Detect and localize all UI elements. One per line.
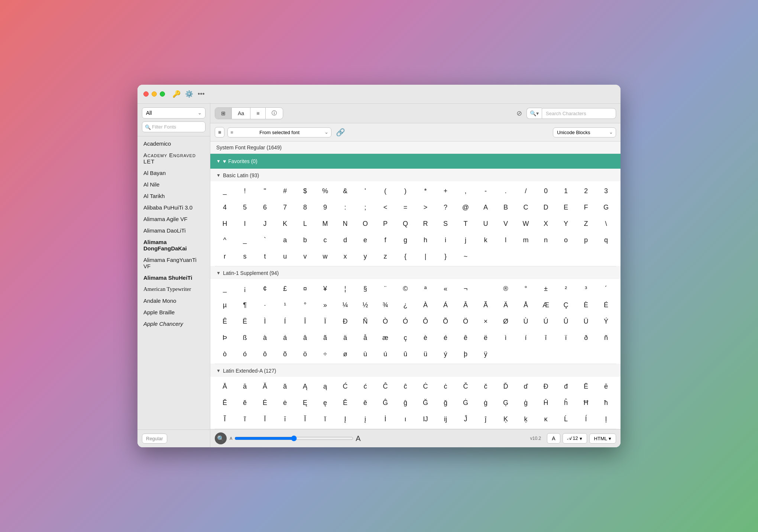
char-cell[interactable]: ò — [215, 346, 235, 362]
char-cell[interactable]: ° — [516, 280, 536, 297]
char-cell[interactable]: ³ — [576, 280, 596, 297]
char-cell[interactable]: J — [255, 215, 275, 232]
char-cell[interactable]: $ — [295, 183, 315, 199]
char-cell[interactable]: ā — [235, 378, 255, 395]
char-cell[interactable]: H — [215, 215, 235, 232]
char-cell[interactable]: } — [435, 248, 456, 265]
char-cell[interactable]: ý — [435, 346, 456, 362]
char-cell[interactable]: ĕ — [235, 395, 255, 411]
char-cell[interactable]: « — [435, 280, 456, 297]
char-cell[interactable]: v — [295, 248, 315, 265]
char-cell[interactable]: Ę — [295, 395, 315, 411]
char-cell[interactable]: + — [435, 183, 456, 199]
char-cell[interactable]: n — [536, 232, 556, 248]
char-cell[interactable]: x — [335, 248, 355, 265]
char-cell[interactable]: ġ — [476, 395, 496, 411]
char-cell[interactable]: ñ — [596, 330, 616, 346]
char-cell[interactable]: Í — [275, 313, 295, 330]
char-cell[interactable]: Ã — [476, 297, 496, 313]
char-cell[interactable]: Ā — [215, 378, 235, 395]
char-cell[interactable]: ĵ — [476, 411, 496, 427]
section-header-basic-latin[interactable]: ▼ Basic Latin (93) — [210, 169, 621, 181]
char-cell[interactable]: w — [315, 248, 335, 265]
font-size-button[interactable]: 𝒜 12 ▾ — [563, 433, 587, 444]
char-cell[interactable]: * — [415, 183, 435, 199]
char-cell[interactable]: k — [476, 232, 496, 248]
char-cell[interactable]: 7 — [275, 199, 295, 215]
char-cell[interactable]: ; — [355, 199, 375, 215]
char-cell[interactable]: c — [315, 232, 335, 248]
char-cell[interactable]: 2 — [576, 183, 596, 199]
char-cell[interactable]: V — [496, 215, 516, 232]
char-cell[interactable]: ã — [315, 330, 335, 346]
char-cell[interactable]: á — [275, 330, 295, 346]
char-cell[interactable]: ¾ — [375, 297, 395, 313]
char-cell[interactable]: o — [556, 232, 576, 248]
char-cell[interactable]: Á — [435, 297, 456, 313]
char-cell[interactable]: Đ — [536, 378, 556, 395]
char-cell[interactable]: A — [476, 199, 496, 215]
char-cell[interactable]: g — [395, 232, 415, 248]
char-cell[interactable]: Ķ — [496, 411, 516, 427]
char-cell[interactable]: Ě — [335, 395, 355, 411]
char-cell[interactable]: ª — [415, 280, 435, 297]
char-cell[interactable]: m — [516, 232, 536, 248]
char-cell[interactable]: - — [476, 183, 496, 199]
char-cell[interactable]: Ú — [536, 313, 556, 330]
char-cell[interactable]: X — [536, 215, 556, 232]
char-cell[interactable]: ĩ — [235, 411, 255, 427]
char-cell[interactable]: P — [375, 215, 395, 232]
char-cell[interactable]: f — [375, 232, 395, 248]
font-list-item[interactable]: Al Tarikh — [137, 190, 210, 202]
char-cell[interactable]: » — [315, 297, 335, 313]
char-cell[interactable]: Č — [456, 378, 476, 395]
char-cell[interactable]: Ģ — [496, 395, 516, 411]
char-cell[interactable]: ğ — [435, 395, 456, 411]
font-list-item[interactable]: Alimama Agile VF — [137, 213, 210, 225]
char-cell[interactable]: N — [335, 215, 355, 232]
char-cell[interactable]: ĺ — [576, 411, 596, 427]
char-cell[interactable]: y — [355, 248, 375, 265]
char-cell[interactable]: Ü — [576, 313, 596, 330]
char-cell[interactable]: b — [295, 232, 315, 248]
char-cell[interactable]: æ — [375, 330, 395, 346]
char-cell[interactable]: ° — [295, 297, 315, 313]
char-cell[interactable]: > — [415, 199, 435, 215]
char-cell[interactable]: ¡ — [235, 280, 255, 297]
char-cell[interactable]: C — [516, 199, 536, 215]
char-cell[interactable]: ­ — [476, 280, 496, 297]
char-cell[interactable]: . — [496, 183, 516, 199]
char-cell[interactable]: ļ — [596, 411, 616, 427]
font-source-select[interactable]: From selected font From all fonts — [227, 127, 331, 137]
unicode-blocks-select[interactable]: Unicode Blocks Unicode Categories — [553, 127, 616, 137]
char-cell[interactable]: ÿ — [476, 346, 496, 362]
char-cell[interactable]: ă — [275, 378, 295, 395]
char-cell[interactable]: U — [476, 215, 496, 232]
char-cell[interactable]: Ē — [576, 378, 596, 395]
char-grid-container[interactable]: ▼♥ Favorites (0)▼ Basic Latin (93)_!"#$%… — [210, 154, 621, 429]
char-cell[interactable]: ß — [235, 330, 255, 346]
char-cell[interactable]: Ġ — [456, 395, 476, 411]
char-cell[interactable]: | — [415, 248, 435, 265]
char-cell[interactable]: l — [496, 232, 516, 248]
font-list-item[interactable]: Alimama DaoLiTi — [137, 225, 210, 236]
minimize-button[interactable] — [152, 91, 157, 97]
list-view-button[interactable]: ≡ — [215, 127, 224, 137]
char-cell[interactable]: Į — [335, 411, 355, 427]
font-list-item[interactable]: Alimama ShuHeiTi — [137, 272, 210, 283]
char-cell[interactable]: Ĥ — [536, 395, 556, 411]
font-list-item[interactable]: Alimama FangYuanTi VF — [137, 254, 210, 272]
view-grid-button[interactable]: ⊞ — [215, 108, 231, 119]
char-cell[interactable]: ÷ — [315, 346, 335, 362]
char-cell[interactable]: % — [315, 183, 335, 199]
section-header-favorites[interactable]: ▼♥ Favorites (0) — [210, 154, 621, 169]
link-icon[interactable]: ⊘ — [515, 108, 524, 119]
font-list-item[interactable]: Alibaba PuHuiTi 3.0 — [137, 202, 210, 213]
char-cell[interactable]: ^ — [215, 232, 235, 248]
char-cell[interactable]: ¹ — [275, 297, 295, 313]
char-cell[interactable]: £ — [275, 280, 295, 297]
char-cell[interactable]: K — [275, 215, 295, 232]
font-list-item[interactable]: Andale Mono — [137, 295, 210, 306]
char-cell[interactable]: ĸ — [536, 411, 556, 427]
char-cell[interactable]: Å — [516, 297, 536, 313]
